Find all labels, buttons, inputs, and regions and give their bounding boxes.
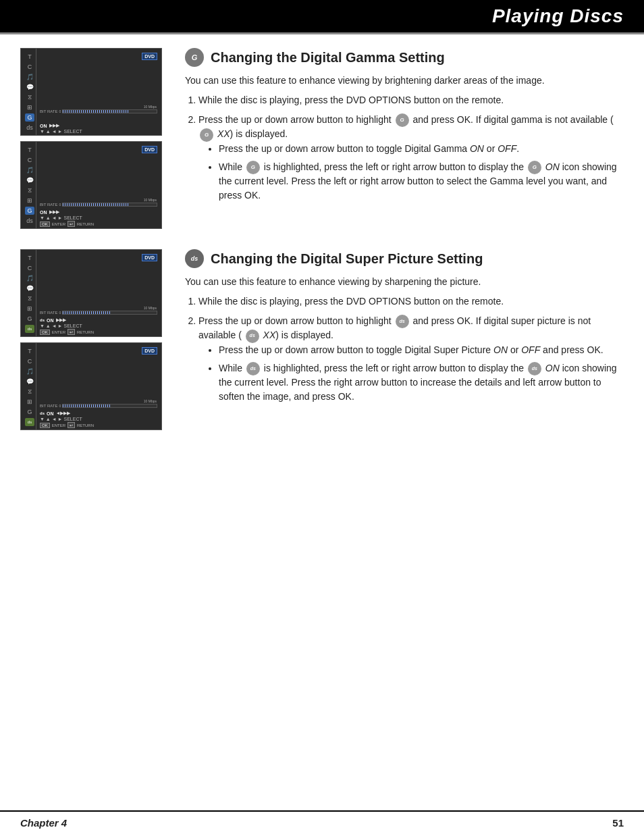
bitrate-area-4: BIT RATE 0 10 Mbps — [40, 404, 157, 409]
super-heading-text: Changing the Digital Super Picture Setti… — [211, 251, 483, 267]
icon-multi-4: ⊞ — [25, 398, 34, 406]
gamma-heading-text: Changing the Digital Gamma Setting — [211, 50, 445, 66]
arrow-select-4: ▼ ▲ ◄ ► SELECT — [40, 417, 82, 421]
gamma-steps: While the disc is playing, press the DVD… — [198, 93, 624, 203]
inline-super-icon-4: ds — [528, 362, 541, 375]
on-label-4b: ON — [47, 411, 54, 416]
arrow-select-1: ▼ ▲ ◄ ► SELECT — [40, 129, 82, 134]
section-super: DVD T C 🎵 💬 ⧖ ⊞ G ds BIT RATE 0 — [20, 249, 624, 430]
icon-c-3: C — [25, 264, 34, 272]
controls-bottom-3: ds ON ▶▶▶ ▼ ▲ ◄ ► SELECT OK ENTER ↩ RETU… — [40, 317, 159, 335]
section-gamma-images: DVD T C 🎵 💬 ⧖ ⊞ G ds BIT RATE 0 — [20, 48, 169, 229]
ok-enter-3: OK — [40, 330, 50, 335]
main-content: DVD T C 🎵 💬 ⧖ ⊞ G ds BIT RATE 0 — [0, 34, 644, 464]
inline-super-icon-2: ds — [246, 330, 259, 343]
icon-subtitle-3: 💬 — [25, 284, 34, 292]
enter-label-3: ENTER — [52, 330, 65, 334]
icon-multi-3: ⊞ — [25, 305, 34, 313]
icon-angle-4: ⧖ — [25, 388, 34, 396]
footer-page: 51 — [612, 817, 624, 829]
icon-gamma-active-2: G — [25, 207, 34, 215]
icon-super-active-3: ds — [25, 325, 34, 333]
icon-gamma-4: G — [25, 408, 34, 416]
icon-gamma-active-1: G — [25, 113, 34, 122]
controls-bottom-1: ON ▶▶▶ ▼ ▲ ◄ ► SELECT — [40, 123, 159, 134]
icon-column-1: T C 🎵 💬 ⧖ ⊞ G ds — [25, 53, 34, 132]
icon-audio: 🎵 — [25, 73, 34, 81]
super-step-2: Press the up or down arrow button to hig… — [198, 314, 624, 404]
icon-subtitle-4: 💬 — [25, 377, 34, 386]
icon-audio-2: 🎵 — [25, 166, 34, 174]
bitrate-label-4: BIT RATE 0 10 Mbps — [40, 404, 157, 408]
page-title: Playing Discs — [0, 0, 644, 32]
on-label-2: ON — [40, 210, 47, 215]
play-btn-1: ▶▶▶ — [49, 123, 59, 128]
icon-t-2: T — [25, 146, 34, 154]
icon-super-2: ds — [25, 217, 34, 225]
icon-super-1: ds — [25, 124, 34, 132]
icon-c: C — [25, 63, 34, 71]
section-super-images: DVD T C 🎵 💬 ⧖ ⊞ G ds BIT RATE 0 — [20, 249, 169, 430]
section-gamma-text: G Changing the Digital Gamma Setting You… — [185, 48, 624, 229]
inline-gamma-icon-2: G — [200, 128, 213, 142]
return-label-3: ↩ — [68, 329, 75, 335]
icon-angle-2: ⧖ — [25, 186, 34, 194]
controls-bottom-2: ON ▶▶▶ ▼ ▲ ◄ ► SELECT OK ENTER ↩ RETURN — [40, 209, 159, 227]
dvd-badge-1: DVD — [142, 53, 157, 60]
super-step-1: While the disc is playing, press the DVD… — [198, 294, 624, 309]
bitrate-area-3: BIT RATE 0 10 Mbps — [40, 311, 157, 316]
gamma-heading: G Changing the Digital Gamma Setting — [185, 48, 624, 67]
inline-gamma-icon-4: G — [528, 161, 541, 174]
bitrate-area-2: BIT RATE 0 10 Mbps — [40, 203, 157, 208]
gamma-icon: G — [185, 48, 204, 67]
inline-gamma-icon-1: G — [396, 113, 409, 127]
inline-super-icon-1: ds — [396, 315, 409, 328]
super-icon: ds — [185, 249, 204, 268]
super-heading: ds Changing the Digital Super Picture Se… — [185, 249, 624, 268]
inline-gamma-icon-3: G — [246, 161, 260, 174]
page-footer: Chapter 4 51 — [0, 810, 644, 834]
bitrate-label-2: BIT RATE 0 10 Mbps — [40, 203, 157, 207]
controls-bottom-4: ds ON ◄▶▶▶ ▼ ▲ ◄ ► SELECT OK ENTER ↩ RET… — [40, 411, 159, 428]
section-super-text: ds Changing the Digital Super Picture Se… — [185, 249, 624, 430]
icon-t-3: T — [25, 254, 34, 262]
on-label-4: ds — [40, 411, 45, 415]
dvd-panel-super-2: DVD T C 🎵 💬 ⧖ ⊞ G ds BIT RATE 0 — [20, 342, 162, 430]
enter-label-4: ENTER — [52, 423, 65, 427]
icon-gamma-3: G — [25, 315, 34, 323]
title-text: Playing Discs — [492, 5, 624, 26]
inline-super-icon-3: ds — [246, 362, 260, 375]
bitrate-area-1: BIT RATE 0 10 Mbps — [40, 109, 157, 115]
icon-audio-3: 🎵 — [25, 274, 34, 282]
super-intro: You can use this feature to enhance view… — [185, 275, 624, 289]
icon-super-active-4: ds — [25, 418, 34, 426]
icon-column-4: T C 🎵 💬 ⧖ ⊞ G ds — [25, 347, 34, 426]
dvd-panel-super-1: DVD T C 🎵 💬 ⧖ ⊞ G ds BIT RATE 0 — [20, 249, 162, 337]
gamma-step-2: Press the up or down arrow button to hig… — [198, 113, 624, 203]
arrow-select-2: ▼ ▲ ◄ ► SELECT — [40, 215, 82, 220]
super-steps: While the disc is playing, press the DVD… — [198, 294, 624, 404]
return-text-2: RETURN — [77, 222, 94, 226]
return-text-4: RETURN — [77, 423, 94, 427]
play-btn-4: ◄▶▶▶ — [56, 411, 71, 416]
play-btn-3: ▶▶▶ — [56, 317, 66, 323]
icon-subtitle: 💬 — [25, 83, 34, 91]
dvd-panel-gamma-2: DVD T C 🎵 💬 ⧖ ⊞ G ds BIT RATE 0 — [20, 141, 162, 229]
play-btn-2: ▶▶▶ — [49, 209, 59, 215]
on-label-3b: ON — [47, 318, 54, 323]
return-label-4: ↩ — [68, 422, 75, 428]
icon-column-3: T C 🎵 💬 ⧖ ⊞ G ds — [25, 254, 34, 333]
super-step-1-text: While the disc is playing, press the DVD… — [198, 296, 504, 307]
gamma-step-1: While the disc is playing, press the DVD… — [198, 93, 624, 107]
dvd-badge-2: DVD — [142, 146, 157, 153]
icon-t: T — [25, 53, 34, 61]
bitrate-label-3: BIT RATE 0 10 Mbps — [40, 311, 157, 315]
gamma-intro: You can use this feature to enhance view… — [185, 74, 624, 88]
footer-chapter: Chapter 4 — [20, 817, 67, 829]
bitrate-label-1: BIT RATE 0 10 Mbps — [40, 109, 157, 113]
icon-c-4: C — [25, 357, 34, 365]
section-gamma: DVD T C 🎵 💬 ⧖ ⊞ G ds BIT RATE 0 — [20, 48, 624, 229]
dvd-panel-gamma-1: DVD T C 🎵 💬 ⧖ ⊞ G ds BIT RATE 0 — [20, 48, 162, 136]
icon-angle-3: ⧖ — [25, 294, 34, 303]
super-bullet-1: Press the up or down arrow button to tog… — [219, 343, 624, 357]
